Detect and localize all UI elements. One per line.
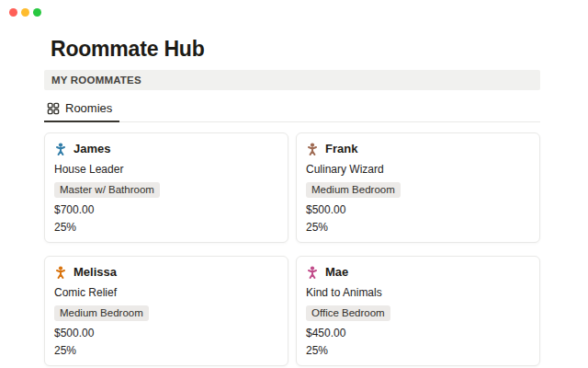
cart-icon bbox=[397, 243, 407, 244]
minimize-button[interactable] bbox=[21, 8, 29, 17]
section-header-label: MY ROOMMATES bbox=[51, 75, 141, 86]
task-label: Buy Groceries bbox=[411, 240, 478, 243]
person-icon bbox=[54, 266, 67, 279]
plant-icon bbox=[306, 366, 316, 367]
roommate-card-james[interactable]: James House Leader Master w/ Bathroom $7… bbox=[44, 132, 288, 243]
leaf-icon bbox=[306, 243, 316, 244]
trash-icon bbox=[246, 366, 256, 367]
task-list: Water Plants Tidy Common Areas Dust Hous… bbox=[306, 363, 530, 366]
person-icon bbox=[54, 143, 67, 155]
share-percent: 25% bbox=[54, 221, 278, 234]
task-link[interactable]: Prune Shrubs bbox=[204, 240, 282, 243]
task-label: Mow the Lawn bbox=[320, 240, 388, 243]
task-link[interactable]: Cook Friday night dinner bbox=[487, 240, 540, 243]
section-header-bar: MY ROOMMATES bbox=[44, 70, 540, 90]
roommate-subtitle: House Leader bbox=[54, 163, 278, 176]
tab-label: Roomies bbox=[65, 101, 112, 115]
roommate-subtitle: Culinary Wizard bbox=[306, 163, 530, 176]
gallery-grid: James House Leader Master w/ Bathroom $7… bbox=[44, 122, 540, 366]
roommate-subtitle: Comic Relief bbox=[54, 286, 278, 299]
view-tabs: Roomies bbox=[44, 95, 540, 122]
task-link[interactable]: Take out Trash bbox=[153, 363, 236, 366]
task-link[interactable]: Water Plants bbox=[306, 363, 379, 366]
person-icon bbox=[306, 266, 319, 279]
roommate-card-frank[interactable]: Frank Culinary Wizard Medium Bedroom $50… bbox=[296, 132, 540, 243]
roommate-name: James bbox=[74, 142, 110, 155]
page-title: Roommate Hub bbox=[51, 37, 540, 61]
task-label: Prune Shrubs bbox=[218, 240, 282, 243]
page-content: Roommate Hub MY ROOMMATES Roomies James … bbox=[44, 37, 540, 366]
room-tag: Master w/ Bathroom bbox=[54, 182, 160, 198]
feather-icon bbox=[507, 366, 517, 367]
task-link[interactable]: Recycling bbox=[246, 363, 288, 366]
roommate-card-mae[interactable]: Mae Kind to Animals Office Bedroom $450.… bbox=[296, 256, 540, 366]
room-tag: Medium Bedroom bbox=[54, 305, 149, 321]
task-label: Clean Kitchen bbox=[68, 240, 134, 243]
room-tag: Office Bedroom bbox=[306, 305, 390, 321]
room-tag-row: Medium Bedroom bbox=[306, 180, 530, 198]
person-icon bbox=[306, 143, 319, 155]
share-percent: 25% bbox=[54, 344, 278, 357]
tab-roomies[interactable]: Roomies bbox=[44, 95, 119, 122]
task-link[interactable]: Vacuum bbox=[143, 240, 195, 243]
close-button[interactable] bbox=[9, 8, 17, 17]
window-controls bbox=[9, 8, 41, 17]
task-list: Mow the Lawn Buy Groceries Cook Friday n… bbox=[306, 240, 530, 243]
broom-icon bbox=[143, 243, 153, 244]
task-list: Clean Kitchen Vacuum Prune Shrubs bbox=[54, 240, 278, 243]
room-tag-row: Master w/ Bathroom bbox=[54, 180, 278, 198]
task-label: Dust House bbox=[521, 363, 540, 366]
task-link[interactable]: Dust House bbox=[507, 363, 540, 366]
task-label: Cook Friday night dinner bbox=[501, 240, 540, 243]
room-tag: Medium Bedroom bbox=[306, 182, 401, 198]
trash-icon bbox=[153, 366, 164, 367]
task-label: Water Plants bbox=[320, 363, 379, 366]
roommate-name: Frank bbox=[325, 142, 357, 155]
rent-amount: $700.00 bbox=[54, 203, 278, 216]
zoom-button[interactable] bbox=[33, 8, 41, 17]
rent-amount: $450.00 bbox=[306, 327, 530, 339]
task-link[interactable]: Mow the Lawn bbox=[306, 240, 388, 243]
room-tag-row: Medium Bedroom bbox=[54, 304, 278, 321]
task-label: Clean Bathroom bbox=[68, 363, 144, 366]
leaf-icon bbox=[204, 243, 214, 244]
roommate-name: Mae bbox=[325, 265, 348, 279]
gallery-grid-icon bbox=[47, 102, 60, 115]
task-link[interactable]: Clean Kitchen bbox=[54, 240, 134, 243]
task-label: Take out Trash bbox=[167, 363, 236, 366]
roommate-card-melissa[interactable]: Melissa Comic Relief Medium Bedroom $500… bbox=[44, 256, 288, 366]
share-percent: 25% bbox=[306, 344, 530, 357]
card-header: James bbox=[54, 142, 278, 155]
task-link[interactable]: Clean Bathroom bbox=[54, 363, 144, 366]
roommate-subtitle: Kind to Animals bbox=[306, 286, 530, 299]
share-percent: 25% bbox=[306, 221, 530, 234]
spray-bottle-icon bbox=[54, 366, 64, 367]
pot-icon bbox=[487, 243, 497, 244]
task-link[interactable]: Buy Groceries bbox=[397, 240, 478, 243]
task-label: Recycling bbox=[260, 363, 288, 366]
card-header: Frank bbox=[306, 142, 530, 155]
rent-amount: $500.00 bbox=[306, 203, 530, 216]
card-header: Melissa bbox=[54, 265, 278, 279]
task-label: Vacuum bbox=[157, 240, 195, 243]
task-list: Clean Bathroom Take out Trash Recycling bbox=[54, 363, 278, 366]
task-link[interactable]: Tidy Common Areas bbox=[389, 363, 498, 366]
room-tag-row: Office Bedroom bbox=[306, 304, 530, 321]
card-header: Mae bbox=[306, 265, 530, 279]
spray-bottle-icon bbox=[54, 243, 64, 244]
rent-amount: $500.00 bbox=[54, 327, 278, 339]
task-label: Tidy Common Areas bbox=[402, 363, 498, 366]
roommate-name: Melissa bbox=[74, 265, 117, 279]
sparkles-icon bbox=[389, 366, 399, 367]
